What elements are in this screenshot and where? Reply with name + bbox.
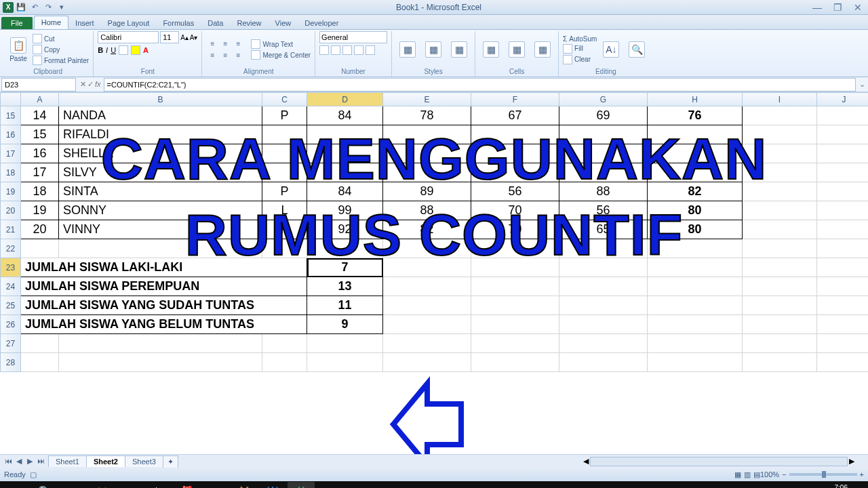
column-headers[interactable]: A B C D E F G H I J — [1, 93, 869, 106]
file-explorer-icon[interactable]: 📁 — [88, 482, 115, 488]
cell[interactable] — [648, 125, 743, 144]
col-header[interactable]: G — [559, 93, 648, 106]
cell[interactable] — [307, 125, 383, 144]
row-header[interactable]: 21 — [1, 220, 21, 239]
cell[interactable]: JUMLAH SISWA LAKI-LAKI — [21, 258, 307, 277]
cell[interactable] — [817, 239, 869, 258]
cell[interactable]: 11 — [307, 296, 383, 315]
cell[interactable] — [471, 258, 559, 277]
cell[interactable] — [471, 277, 559, 296]
cell[interactable] — [648, 144, 743, 163]
word-icon[interactable]: W — [259, 482, 286, 488]
cell[interactable]: 19 — [21, 201, 59, 220]
wrap-text-button[interactable]: Wrap Text — [251, 39, 311, 49]
cell[interactable]: 14 — [21, 106, 59, 125]
cell[interactable] — [59, 239, 262, 258]
col-header[interactable]: D — [307, 93, 383, 106]
cancel-formula-icon[interactable]: ✕ — [80, 80, 86, 89]
cell[interactable]: JUMLAH SISWA YANG BELUM TUNTAS — [21, 315, 307, 334]
cell[interactable] — [21, 353, 59, 372]
cell[interactable] — [648, 334, 743, 353]
cell[interactable] — [817, 277, 869, 296]
clock[interactable]: 7:0610/01/2019 — [814, 484, 848, 488]
cell[interactable] — [817, 125, 869, 144]
cell[interactable] — [262, 125, 307, 144]
cell[interactable] — [743, 220, 817, 239]
table-row[interactable]: 24JUMLAH SISWA PEREMPUAN13 — [1, 277, 869, 296]
sheet-tab[interactable]: Sheet2 — [86, 455, 125, 467]
cell[interactable] — [307, 239, 383, 258]
col-header[interactable]: E — [383, 93, 471, 106]
cell[interactable] — [743, 106, 817, 125]
cell[interactable] — [743, 163, 817, 182]
cell[interactable] — [471, 353, 559, 372]
cell[interactable]: 79 — [471, 220, 559, 239]
cell[interactable] — [743, 277, 817, 296]
cell[interactable] — [559, 277, 648, 296]
tab-insert[interactable]: Insert — [68, 17, 101, 29]
cell[interactable] — [262, 239, 307, 258]
cell[interactable] — [21, 239, 59, 258]
cell[interactable]: 15 — [21, 125, 59, 144]
delete-cells-button[interactable]: ▦ — [505, 34, 528, 65]
cell[interactable] — [307, 163, 383, 182]
cell[interactable] — [817, 334, 869, 353]
increase-font-icon[interactable]: A▴ — [180, 34, 189, 41]
cell[interactable]: 84 — [307, 106, 383, 125]
sort-filter-button[interactable]: A↓ — [599, 34, 623, 65]
percent-icon[interactable] — [331, 45, 340, 55]
bold-button[interactable]: B — [98, 46, 103, 54]
close-button[interactable]: ✕ — [850, 2, 865, 13]
cell[interactable] — [471, 144, 559, 163]
fill-color-icon[interactable] — [131, 45, 140, 55]
cell[interactable]: RIFALDI — [59, 125, 262, 144]
currency-icon[interactable] — [319, 45, 329, 55]
cell[interactable]: JUMLAH SISWA YANG SUDAH TUNTAS — [21, 296, 307, 315]
tab-data[interactable]: Data — [201, 17, 230, 29]
new-sheet-button[interactable]: ✦ — [163, 455, 178, 468]
format-painter-button[interactable]: Format Painter — [33, 56, 89, 65]
tab-home[interactable]: Home — [34, 16, 68, 29]
cell[interactable] — [648, 163, 743, 182]
col-header[interactable]: I — [743, 93, 817, 106]
row-header[interactable]: 22 — [1, 239, 21, 258]
copy-button[interactable]: Copy — [33, 45, 89, 54]
cell[interactable] — [817, 296, 869, 315]
store-icon[interactable]: 🛍 — [145, 482, 172, 488]
cell[interactable] — [648, 239, 743, 258]
row-header[interactable]: 15 — [1, 106, 21, 125]
number-format-input[interactable] — [319, 31, 387, 43]
cell[interactable]: SHEILLA — [59, 144, 262, 163]
cell[interactable] — [307, 353, 383, 372]
format-cells-button[interactable]: ▦ — [531, 34, 554, 65]
cell[interactable]: 7 — [307, 258, 383, 277]
cell[interactable] — [59, 353, 262, 372]
cell[interactable]: 84 — [307, 182, 383, 201]
cell[interactable]: P — [262, 182, 307, 201]
border-icon[interactable] — [119, 45, 128, 55]
cell[interactable] — [383, 163, 471, 182]
undo-icon[interactable]: ↶ — [28, 1, 41, 14]
cut-button[interactable]: Cut — [33, 34, 89, 43]
fx-icon[interactable]: fx — [95, 80, 101, 89]
col-header[interactable]: C — [262, 93, 307, 106]
cell[interactable]: SINTA — [59, 182, 262, 201]
cell[interactable] — [307, 334, 383, 353]
cell[interactable]: SILVY — [59, 163, 262, 182]
hscroll-left-icon[interactable]: ◀ — [583, 457, 589, 466]
cell[interactable] — [648, 353, 743, 372]
cell[interactable]: 56 — [471, 182, 559, 201]
qat-dropdown-icon[interactable]: ▾ — [56, 1, 68, 14]
cell[interactable] — [743, 258, 817, 277]
cell[interactable]: 76 — [648, 106, 743, 125]
merge-center-button[interactable]: Merge & Center — [251, 50, 311, 60]
format-as-table-button[interactable]: ▦ — [422, 34, 445, 65]
cell[interactable]: 18 — [21, 182, 59, 201]
table-row[interactable]: 2120VINNYP9282796580 — [1, 220, 869, 239]
tab-formulas[interactable]: Formulas — [156, 17, 201, 29]
zoom-level[interactable]: 100% — [760, 470, 779, 479]
prev-sheet-icon[interactable]: ◀ — [14, 457, 24, 466]
cell[interactable] — [383, 315, 471, 334]
cell[interactable] — [262, 334, 307, 353]
name-box[interactable]: D23 — [1, 78, 76, 92]
